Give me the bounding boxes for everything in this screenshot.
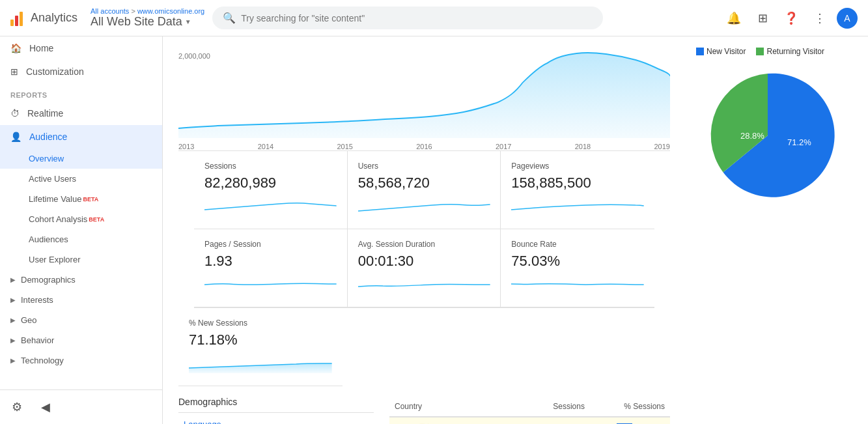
logo-bar-3 [20,12,23,26]
breadcrumb: All accounts > www.omicsonline.org [91,7,204,15]
pageviews-value: 158,885,500 [511,175,644,191]
metrics-grid: Sessions 82,280,989 Users 58,568,720 [194,151,654,308]
interests-expand-arrow: ▶ [10,296,16,304]
behavior-expand-arrow: ▶ [10,337,16,344]
metric-bounce-rate: Bounce Rate 75.03% [501,229,654,307]
sidebar-sub-active-users[interactable]: Active Users [0,169,162,189]
lifetime-value-beta-badge: BETA [83,196,98,203]
pages-session-label: Pages / Session [204,240,337,249]
avg-session-label: Avg. Session Duration [358,240,490,249]
country-rank-1: 1. [389,417,413,424]
reports-section-label: REPORTS [0,83,162,102]
sidebar-sub-lifetime-value[interactable]: Lifetime Value BETA [0,189,162,209]
apps-button[interactable]: ⊞ [751,7,774,30]
bounce-rate-sparkline [511,275,644,294]
legend-new-visitor: New Visitor [696,47,746,56]
sidebar-sub-audiences[interactable]: Audiences [0,229,162,249]
logo-bar-2 [15,16,18,26]
country-table: Country Sessions % Sessions 1. 🇮🇳 [389,397,670,424]
india-pct: 24.13% [590,417,670,424]
sidebar-item-customization[interactable]: ⊞ Customization [0,60,162,83]
metric-new-sessions: % New Sessions 71.18% [178,308,343,386]
metric-sessions: Sessions 82,280,989 [194,151,348,229]
technology-expand-arrow: ▶ [10,357,16,364]
demographics-section: Demographics Language Country › [178,397,374,424]
help-button[interactable]: ❓ [779,7,803,30]
sidebar: 🏠 Home ⊞ Customization REPORTS ⏱ Realtim… [0,36,163,424]
demo-link-language[interactable]: Language [178,413,374,424]
metric-pages-session: Pages / Session 1.93 [194,229,348,307]
breadcrumb-site[interactable]: www.omicsonline.org [137,7,204,15]
more-options-button[interactable]: ⋮ [808,7,832,30]
sidebar-sub-cohort-analysis[interactable]: Cohort Analysis BETA [0,209,162,229]
new-sessions-label: % New Sessions [189,318,332,328]
sidebar-sub-overview[interactable]: Overview [0,148,162,169]
returning-visitor-legend-dot [756,48,764,55]
sidebar-item-home[interactable]: 🏠 Home [0,36,162,60]
notifications-button[interactable]: 🔔 [722,7,746,30]
sidebar-expandable-interests[interactable]: ▶ Interests [0,290,162,310]
app-title: Analytics [31,11,77,25]
logo-bar-1 [10,20,14,26]
app-header: Analytics All accounts > www.omicsonline… [0,0,868,36]
sidebar-bottom: ⚙ ◀ [0,389,162,424]
bounce-rate-label: Bounce Rate [511,240,644,249]
pie-chart: 71.2% 28.8% [696,64,839,207]
bounce-rate-value: 75.03% [511,253,644,270]
settings-button[interactable]: ⚙ [5,395,29,419]
sessions-col-header: Sessions [518,397,590,417]
chart-y-label: 2,000,000 [178,52,210,60]
search-bar[interactable]: 🔍 [212,7,603,29]
country-name-1: 🇮🇳 India [413,417,518,424]
sidebar-expandable-behavior[interactable]: ▶ Behavior [0,330,162,350]
sidebar-sub-user-explorer[interactable]: User Explorer [0,249,162,270]
country-section: Country Sessions % Sessions 1. 🇮🇳 [389,397,670,424]
sidebar-item-realtime[interactable]: ⏱ Realtime [0,102,162,125]
search-icon: 🔍 [223,12,236,24]
bottom-section: Demographics Language Country › [163,397,686,424]
new-visitor-legend-dot [696,48,704,55]
customization-icon: ⊞ [10,66,18,77]
avatar[interactable]: A [837,8,858,29]
pct-sessions-col-header: % Sessions [590,397,670,417]
pages-session-sparkline [204,275,337,294]
sidebar-expandable-demographics[interactable]: ▶ Demographics [0,270,162,290]
avg-session-value: 00:01:30 [358,253,490,270]
account-dropdown-arrow: ▼ [185,18,191,25]
collapse-sidebar-button[interactable]: ◀ [34,395,57,419]
chart-x-labels: 2013 2014 2015 2016 2017 2018 2019 [178,140,670,153]
pages-session-value: 1.93 [204,253,337,270]
header-icons: 🔔 ⊞ ❓ ⋮ A [722,7,858,30]
pageviews-label: Pageviews [511,162,644,171]
users-sparkline [358,197,490,216]
sessions-sparkline [204,197,337,216]
account-name[interactable]: All Web Site Data ▼ [91,15,204,29]
sidebar-expandable-technology[interactable]: ▶ Technology [0,350,162,371]
demographics-expand-arrow: ▶ [10,276,16,283]
users-value: 58,568,720 [358,175,490,191]
geo-expand-arrow: ▶ [10,317,16,324]
pie-new-visitor-label: 71.2% [787,137,811,147]
sidebar-expandable-geo[interactable]: ▶ Geo [0,310,162,330]
cohort-analysis-beta-badge: BETA [89,216,104,223]
audience-icon: 👤 [10,132,21,142]
sessions-value: 82,280,989 [204,175,337,191]
sidebar-item-audience[interactable]: 👤 Audience [0,125,162,148]
account-selector[interactable]: All accounts > www.omicsonline.org All W… [91,7,204,29]
breadcrumb-all-accounts[interactable]: All accounts [91,7,129,15]
metric-avg-session: Avg. Session Duration 00:01:30 [348,229,501,307]
search-input[interactable] [241,13,593,23]
demographics-title: Demographics [178,397,374,413]
chart-svg [178,47,670,138]
new-sessions-value: 71.18% [189,332,332,348]
users-label: Users [358,162,490,171]
country-table-header: Country Sessions % Sessions [389,397,670,417]
pie-section: New Visitor Returning Visitor [686,36,868,424]
home-icon: 🏠 [10,43,21,53]
pageviews-sparkline [511,197,644,216]
main-chart: 2,000,000 2013 [178,47,670,151]
chart-and-pie: 2,000,000 2013 [163,36,868,424]
chart-area: 2,000,000 2013 [163,36,686,151]
realtime-icon: ⏱ [10,108,20,119]
chart-area-wrapper: 2,000,000 2013 [163,36,686,424]
